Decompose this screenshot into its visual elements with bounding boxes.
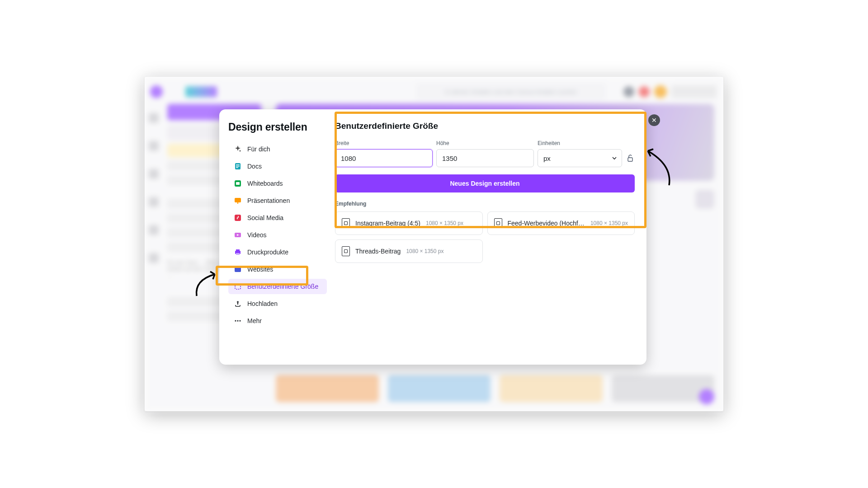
height-input[interactable] (436, 149, 534, 167)
nav-docs[interactable]: Docs (228, 159, 327, 174)
nav-videos[interactable]: Videos (228, 227, 327, 243)
nav-label: Mehr (247, 317, 262, 324)
rec-instagram-post[interactable]: Instagram-Beitrag (4:5) 1080 × 1350 px (335, 211, 483, 235)
modal-sidebar: Design erstellen Für dich Docs Whiteboar… (219, 109, 332, 365)
nav-label: Präsentationen (247, 197, 290, 204)
svg-rect-7 (235, 198, 241, 202)
nav-label: Websites (247, 266, 273, 273)
docs-icon (234, 162, 242, 170)
rec-title: Feed-Werbevideo (Hochform… (508, 220, 585, 227)
more-icon (234, 317, 242, 325)
custom-size-heading: Benutzerdefinierte Größe (335, 121, 635, 131)
rec-threads-post[interactable]: Threads-Beitrag 1080 × 1350 px (335, 239, 483, 263)
close-icon: ✕ (651, 117, 657, 124)
nav-label: Videos (247, 231, 267, 239)
svg-point-17 (235, 320, 236, 321)
nav-social-media[interactable]: Social Media (228, 210, 327, 225)
nav-label: Docs (247, 163, 262, 170)
height-label: Höhe (436, 140, 534, 146)
website-icon (234, 265, 242, 273)
upload-icon (234, 300, 242, 308)
units-select[interactable]: px (538, 149, 622, 167)
presentation-icon (234, 197, 242, 205)
recommend-grid: Instagram-Beitrag (4:5) 1080 × 1350 px F… (335, 211, 635, 263)
create-design-modal: Design erstellen Für dich Docs Whiteboar… (219, 109, 646, 365)
units-value: px (543, 155, 551, 162)
lock-aspect-button[interactable] (626, 149, 635, 167)
nav-label: Druckprodukte (247, 249, 288, 256)
svg-rect-3 (236, 166, 240, 167)
rec-title: Threads-Beitrag (355, 248, 401, 255)
rec-feed-video[interactable]: Feed-Werbevideo (Hochform… 1080 × 1350 p… (487, 211, 635, 235)
nav-label: Social Media (247, 214, 283, 221)
nav-for-you[interactable]: Für dich (228, 141, 327, 157)
create-design-button[interactable]: Neues Design erstellen (335, 174, 635, 192)
nav-whiteboards[interactable]: Whiteboards (228, 176, 327, 191)
width-input[interactable] (335, 149, 433, 167)
rec-title: Instagram-Beitrag (4:5) (355, 220, 420, 227)
svg-rect-4 (236, 167, 238, 168)
modal-title: Design erstellen (228, 121, 332, 133)
rec-dim: 1080 × 1350 px (590, 220, 628, 226)
chevron-down-icon (612, 155, 617, 162)
svg-rect-2 (236, 164, 240, 165)
recommend-label: Empfehlung (335, 201, 635, 207)
nav-label: Benutzerdefinierte Größe (247, 283, 318, 290)
width-label: Breite (335, 140, 433, 146)
nav-label: Hochladen (247, 300, 278, 307)
nav-label: Whiteboards (247, 180, 283, 187)
nav-print[interactable]: Druckprodukte (228, 244, 327, 260)
template-icon (494, 218, 502, 228)
close-button[interactable]: ✕ (648, 114, 660, 126)
nav-custom-size[interactable]: Benutzerdefinierte Größe (228, 279, 327, 294)
svg-rect-8 (237, 202, 238, 204)
print-icon (234, 248, 242, 256)
social-icon (234, 214, 242, 222)
modal-main: Benutzerdefinierte Größe Breite Höhe Ein… (332, 109, 646, 365)
nav-upload[interactable]: Hochladen (228, 296, 327, 311)
nav-presentations[interactable]: Präsentationen (228, 193, 327, 208)
sparkle-icon (234, 145, 242, 153)
svg-rect-13 (236, 253, 240, 255)
rec-dim: 1080 × 1350 px (406, 248, 443, 254)
lock-open-icon (627, 155, 633, 162)
svg-rect-12 (236, 249, 240, 251)
svg-point-19 (239, 320, 241, 321)
nav-label: Für dich (247, 145, 270, 153)
svg-rect-6 (236, 182, 240, 185)
svg-point-0 (240, 150, 241, 152)
nav-websites[interactable]: Websites (228, 262, 327, 277)
rec-dim: 1080 × 1350 px (426, 220, 463, 226)
svg-point-18 (237, 320, 238, 321)
nav-more[interactable]: Mehr (228, 313, 327, 328)
svg-rect-15 (235, 267, 241, 268)
svg-rect-16 (235, 284, 241, 289)
whiteboard-icon (234, 179, 242, 188)
svg-rect-20 (628, 158, 632, 161)
video-icon (234, 231, 242, 239)
custom-size-icon (234, 282, 242, 291)
template-icon (342, 246, 350, 256)
units-label: Einheiten (538, 140, 622, 146)
template-icon (342, 218, 350, 228)
screenshot-frame: In deinen Inhalten und den Canva-Inhalte… (145, 77, 723, 411)
